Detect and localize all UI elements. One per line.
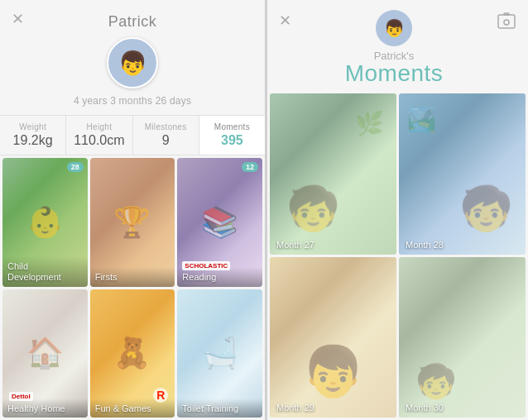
moment-month-28[interactable]: 🧒 🏞️ Month 28 — [399, 93, 526, 255]
moments-title-area: 👦 Patrick's Moments — [291, 10, 497, 87]
moments-title: Moments — [345, 60, 444, 87]
stat-moments-value: 395 — [221, 133, 243, 148]
cat-label-healthy: Healthy Home — [7, 403, 83, 414]
cat-label-child-dev: Child Development — [7, 261, 83, 283]
cat-label-fun-games: Fun & Games — [95, 403, 170, 414]
stat-moments-label: Moments — [214, 122, 250, 131]
svg-rect-1 — [504, 13, 509, 15]
stats-row: Weight 19.2kg Height 110.0cm Milestones … — [0, 115, 265, 155]
stat-milestones: Milestones 9 — [133, 116, 199, 155]
stat-milestones-label: Milestones — [145, 122, 187, 131]
category-fun-games[interactable]: 🧸 Fun & Games R — [90, 289, 175, 418]
stat-height: Height 110.0cm — [66, 116, 132, 155]
moment-29-label: Month 29 — [276, 403, 314, 413]
stat-height-value: 110.0cm — [74, 133, 124, 148]
dettol-logo: Dettol — [9, 392, 33, 401]
category-grid: 👶 Child Development 28 🏆 Firsts 📚 Readin… — [0, 155, 265, 420]
left-panel: ✕ Patrick 👦 4 years 3 months 26 days Wei… — [0, 0, 265, 420]
stat-height-label: Height — [87, 122, 113, 131]
close-button-left[interactable]: ✕ — [12, 10, 24, 28]
stat-moments[interactable]: Moments 395 — [199, 116, 265, 155]
stat-weight-value: 19.2kg — [13, 133, 53, 148]
moment-month-30[interactable]: 🧒 Month 30 — [399, 257, 526, 418]
cat-label-reading: Reading — [182, 272, 257, 283]
stat-milestones-value: 9 — [162, 133, 170, 148]
moment-28-label: Month 28 — [406, 240, 444, 250]
cat-badge-child-dev: 28 — [67, 162, 84, 172]
cat-label-toilet: Toilet Training — [182, 403, 257, 414]
category-reading[interactable]: 📚 Reading 12 SCHOLASTIC — [177, 158, 262, 287]
scholastic-logo: SCHOLASTIC — [182, 261, 230, 270]
cat-badge-reading: 12 — [242, 162, 258, 172]
stat-weight-label: Weight — [19, 122, 46, 131]
category-healthy-home[interactable]: 🏠 Healthy Home Dettol — [2, 289, 88, 418]
profile-name: Patrick — [108, 13, 157, 31]
camera-icon[interactable] — [497, 12, 516, 36]
avatar: 👦 — [107, 37, 158, 88]
svg-rect-0 — [498, 15, 515, 28]
right-panel: ✕ 👦 Patrick's Moments 🧒 🌿 — [267, 0, 528, 420]
age-text: 4 years 3 months 26 days — [74, 95, 191, 107]
right-header: ✕ 👦 Patrick's Moments — [267, 0, 528, 93]
moment-month-27[interactable]: 🧒 🌿 Month 27 — [270, 93, 396, 255]
close-button-right[interactable]: ✕ — [279, 12, 291, 30]
cat-label-firsts: Firsts — [95, 272, 170, 283]
category-child-development[interactable]: 👶 Child Development 28 — [2, 158, 88, 287]
svg-point-2 — [504, 20, 509, 25]
moment-27-label: Month 27 — [276, 240, 314, 250]
category-toilet-training[interactable]: 🛁 Toilet Training — [177, 289, 262, 418]
category-firsts[interactable]: 🏆 Firsts — [90, 158, 175, 287]
stat-weight: Weight 19.2kg — [0, 116, 66, 155]
moment-month-29[interactable]: 👦 Month 29 — [270, 257, 396, 418]
moments-grid: 🧒 🌿 Month 27 🧒 🏞️ Month 28 👦 — [267, 93, 528, 420]
right-avatar: 👦 — [376, 10, 412, 46]
moment-30-label: Month 30 — [406, 403, 444, 413]
